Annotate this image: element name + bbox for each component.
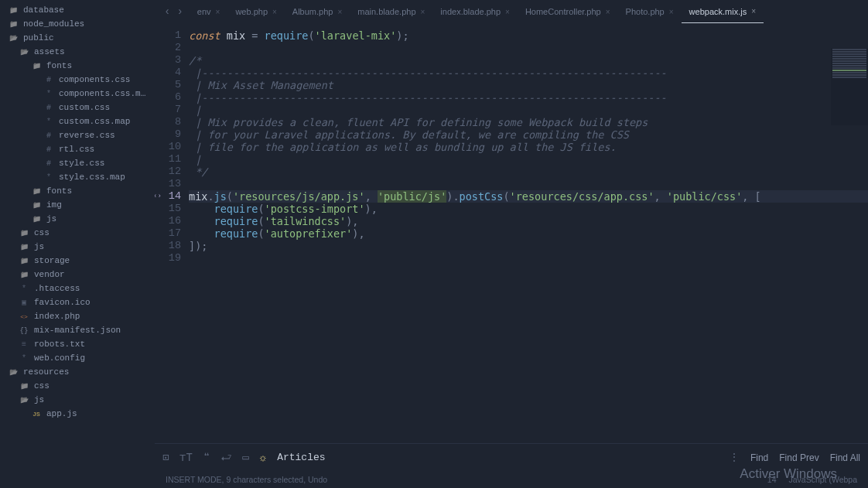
tree-item[interactable]: .htaccess	[0, 282, 155, 295]
tree-item[interactable]: js	[0, 240, 155, 254]
tree-item-label: web.config	[34, 353, 150, 363]
close-icon[interactable]: ×	[272, 8, 277, 16]
folder-icon	[19, 257, 29, 265]
close-icon[interactable]: ×	[751, 7, 756, 15]
css-icon	[43, 76, 54, 84]
tree-item[interactable]: rtl.css	[0, 142, 155, 156]
tree-item-label: favicon.ico	[34, 298, 150, 307]
tab-label: webpack.mix.js	[689, 7, 747, 16]
html-icon	[19, 312, 29, 321]
code-content[interactable]: const mix = require('laravel-mix');/* |-…	[189, 23, 868, 443]
close-icon[interactable]: ×	[421, 8, 425, 16]
tree-item[interactable]: img	[0, 198, 155, 212]
tree-item-label: reverse.css	[59, 131, 150, 140]
tab-label: main.blade.php	[357, 7, 415, 16]
tree-item-label: img	[46, 200, 150, 210]
tree-item[interactable]: fonts	[0, 184, 155, 198]
folder-open-icon	[8, 368, 19, 377]
tree-item[interactable]: css	[0, 379, 155, 393]
tree-item-label: components.css.map	[59, 89, 150, 98]
close-icon[interactable]: ×	[606, 8, 610, 16]
close-icon[interactable]: ×	[505, 8, 510, 16]
tree-item[interactable]: custom.css	[0, 101, 155, 114]
close-panel-icon[interactable]: ⊡	[162, 451, 169, 464]
tree-item[interactable]: vendor	[0, 268, 155, 282]
tree-item[interactable]: js	[0, 393, 155, 407]
wrap-icon[interactable]: ⮐	[220, 452, 231, 464]
quote-icon[interactable]: ❝	[203, 451, 210, 464]
status-mode: INSERT MODE, 9 characters selected, Undo	[166, 475, 327, 484]
tab[interactable]: HomeController.php×	[518, 0, 618, 23]
css-icon	[43, 104, 54, 112]
tree-item[interactable]: style.css	[0, 156, 155, 170]
tree-item[interactable]: public	[0, 31, 155, 45]
tree-item[interactable]: components.css.map	[0, 87, 155, 101]
tree-item[interactable]: index.php	[0, 309, 155, 323]
tab[interactable]: Album.php×	[285, 0, 350, 23]
find-all-button[interactable]: Find All	[830, 452, 860, 463]
status-language[interactable]: JavaScript (Webpa	[788, 475, 857, 484]
tree-item[interactable]: style.css.map	[0, 170, 155, 184]
tab[interactable]: web.php×	[227, 0, 284, 23]
tree-item[interactable]: fonts	[0, 59, 155, 73]
gear-icon	[19, 354, 29, 363]
gear-icon	[43, 118, 54, 126]
tree-item[interactable]: app.js	[0, 407, 155, 421]
tree-item[interactable]: node_modules	[0, 17, 155, 31]
tree-item[interactable]: mix-manifest.json	[0, 323, 155, 337]
nav-forward-icon[interactable]: ›	[176, 5, 183, 18]
img-icon	[19, 298, 29, 307]
gear-icon	[43, 173, 54, 182]
file-tree-sidebar[interactable]: databasenode_modulespublicassetsfontscom…	[0, 0, 155, 488]
panel-icon[interactable]: ▭	[242, 451, 248, 464]
tab[interactable]: index.blade.php×	[432, 0, 518, 23]
tab[interactable]: env×	[190, 0, 228, 23]
tab-label: web.php	[235, 7, 268, 16]
tree-item-label: js	[46, 214, 150, 224]
nav-back-icon[interactable]: ‹	[164, 5, 170, 18]
tree-item[interactable]: robots.txt	[0, 337, 155, 351]
close-icon[interactable]: ×	[216, 8, 220, 16]
folder-icon	[19, 243, 29, 251]
tree-item[interactable]: js	[0, 212, 155, 226]
close-icon[interactable]: ×	[337, 8, 342, 16]
tree-item[interactable]: web.config	[0, 351, 155, 365]
tree-item-label: js	[34, 242, 150, 251]
tree-item-label: robots.txt	[34, 340, 150, 349]
tab[interactable]: Photo.php×	[618, 0, 682, 23]
editor-body[interactable]: 12345678910111213141516171819 const mix …	[155, 23, 868, 443]
tree-item-label: assets	[34, 47, 150, 56]
tree-item-label: css	[34, 228, 150, 237]
tree-item[interactable]: reverse.css	[0, 128, 155, 142]
find-input-text[interactable]: Articles	[277, 452, 325, 463]
folder-open-icon	[8, 34, 19, 43]
status-bar: INSERT MODE, 9 characters selected, Undo…	[155, 471, 868, 488]
tab[interactable]: main.blade.php×	[350, 0, 432, 23]
tree-item[interactable]: database	[0, 3, 155, 17]
text-size-icon[interactable]: ᴛT	[179, 451, 192, 464]
folder-icon	[19, 229, 29, 237]
tree-item[interactable]: storage	[0, 254, 155, 268]
find-prev-button[interactable]: Find Prev	[779, 452, 818, 463]
more-icon[interactable]: ⋮	[729, 451, 740, 464]
tree-item-label: style.css.map	[59, 172, 150, 182]
tab-label: HomeController.php	[525, 7, 601, 16]
tab[interactable]: webpack.mix.js×	[682, 0, 764, 23]
bulb-icon[interactable]: ☼	[260, 452, 266, 464]
tree-item[interactable]: assets	[0, 45, 155, 59]
status-position[interactable]: 14	[767, 475, 777, 484]
folder-icon	[8, 20, 19, 29]
js-icon	[31, 410, 42, 418]
tree-item[interactable]: custom.css.map	[0, 114, 155, 128]
folder-open-icon	[19, 48, 29, 56]
find-button[interactable]: Find	[750, 452, 768, 463]
tree-item[interactable]: components.css	[0, 73, 155, 87]
gear-icon	[43, 90, 54, 98]
tree-item[interactable]: css	[0, 226, 155, 240]
minimap[interactable]	[831, 48, 868, 125]
tree-item[interactable]: resources	[0, 365, 155, 379]
folder-icon	[31, 215, 42, 224]
find-bar: ⊡ ᴛT ❝ ⮐ ▭ ☼ Articles ⋮ Find Find Prev F…	[155, 443, 868, 471]
tree-item[interactable]: favicon.ico	[0, 295, 155, 309]
close-icon[interactable]: ×	[669, 8, 674, 16]
